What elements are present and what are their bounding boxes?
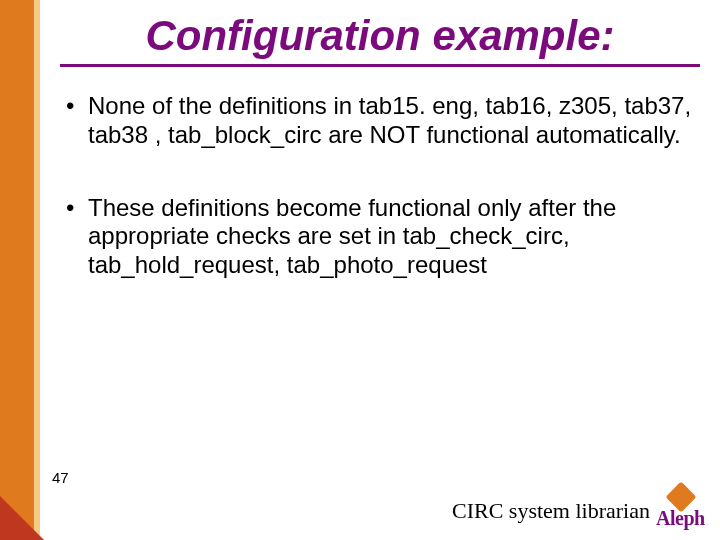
bullet-item: • None of the definitions in tab15. eng,… xyxy=(66,92,696,150)
bullet-text: These definitions become functional only… xyxy=(88,194,696,280)
page-number: 47 xyxy=(52,469,69,486)
bullet-marker: • xyxy=(66,92,88,150)
bullet-marker: • xyxy=(66,194,88,280)
aleph-logo: Aleph xyxy=(656,490,716,530)
slide-body: • None of the definitions in tab15. eng,… xyxy=(66,92,696,324)
logo-text: Aleph xyxy=(656,507,705,530)
slide-title: Configuration example: xyxy=(60,12,700,67)
corner-decoration xyxy=(0,496,44,540)
bullet-text: None of the definitions in tab15. eng, t… xyxy=(88,92,696,150)
left-accent-bar xyxy=(0,0,34,540)
footer-text: CIRC system librarian xyxy=(452,498,650,524)
slide: Configuration example: • None of the def… xyxy=(0,0,720,540)
bullet-item: • These definitions become functional on… xyxy=(66,194,696,280)
